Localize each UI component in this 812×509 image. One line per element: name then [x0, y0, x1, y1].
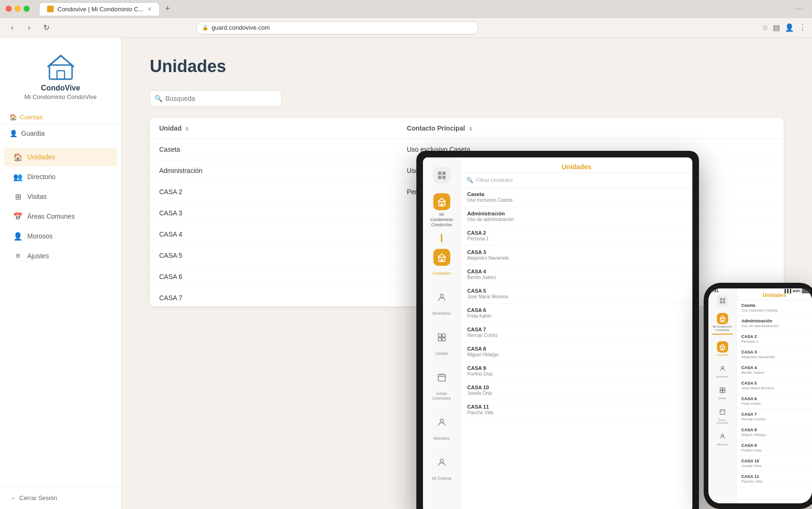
phone-list-item[interactable]: CASA 3Alejandro Navarrete [737, 347, 812, 362]
tab-bar: Condovive | Mi Condominio C... ✕ + [39, 2, 174, 16]
svg-point-20 [440, 460, 443, 463]
phone-list-item[interactable]: CASA 5José Maria Morelos [737, 378, 812, 394]
sidebar-item-morosos[interactable]: 👤 Morosos [4, 227, 117, 246]
svg-rect-13 [438, 338, 441, 341]
phone-nav-unidades[interactable]: Unidades [710, 338, 735, 359]
tablet-units-list: CasetaUso exclusivo CasetaAdministración… [461, 188, 692, 509]
tablet-nav-areas[interactable]: Áreas Comunes [426, 365, 458, 408]
cuentas-button[interactable]: 🏠 Cuentas [0, 110, 121, 125]
phone-list-item[interactable]: CASA 6Frida Kahlo [737, 394, 812, 409]
tablet-list-item[interactable]: CASA 2Persona 1 [461, 226, 692, 246]
close-button[interactable] [6, 6, 12, 12]
phone-nav-visitas[interactable]: Visitas [710, 382, 735, 402]
maximize-button[interactable] [24, 6, 30, 12]
areas-icon [437, 373, 447, 382]
tablet-nav-home[interactable]: Mi CondominioCondoVive [426, 189, 458, 231]
back-button[interactable]: ‹ [6, 21, 19, 34]
svg-rect-3 [442, 172, 446, 175]
phone-nav-morosos[interactable]: Morosos [710, 428, 735, 449]
sort-unidad-icon[interactable]: ⇅ [185, 126, 189, 131]
tablet-nav-grid[interactable] [426, 163, 458, 188]
sidebar-item-directorio[interactable]: 👥 Directorio [4, 167, 117, 186]
browser-window: Condovive | Mi Condominio C... ✕ + ⋯ ‹ ›… [0, 0, 812, 509]
visitas-icon: ⊞ [13, 192, 23, 201]
phone-list-item[interactable]: CASA 10Josefa Ortiz [737, 456, 812, 471]
phone-list-item[interactable]: CASA 11Pancho Villa [737, 471, 812, 487]
tablet-item-sub: Frida Kahlo [467, 313, 686, 319]
micuenta-icon [437, 458, 447, 467]
tablet-list-item[interactable]: CASA 5José Maria Morelos [461, 284, 692, 304]
forward-button[interactable]: › [23, 21, 36, 34]
phone-list-item[interactable]: CASA 4Benito Juárez [737, 362, 812, 378]
phone-list-item[interactable]: CasetaUso exclusivo Caseta [737, 300, 812, 316]
user-info: 👤 Guardia [0, 125, 121, 142]
phone-list-item[interactable]: CASA 7Hernán Cortéz [737, 409, 812, 425]
sidebar-item-ajustes[interactable]: ≡ Ajustes [4, 246, 117, 265]
tablet-item-name: CASA 11 [467, 404, 686, 410]
phone-app-header: Unidades [737, 288, 812, 300]
new-tab-button[interactable]: + [162, 2, 174, 16]
phone-item-sub: Hernán Cortéz [741, 417, 807, 421]
phone-nav-home[interactable]: Mi CondominioCondoVive [710, 310, 735, 337]
nav-items: 🏠 Unidades 👥 Directorio ⊞ Visitas 📅 Área… [0, 142, 121, 486]
grid-icon-phone [719, 297, 726, 304]
tablet-list-item[interactable]: CASA 9Porfirio Díaz [461, 361, 692, 381]
cell-unidad: CASA 4 [150, 224, 398, 245]
active-tab[interactable]: Condovive | Mi Condominio C... ✕ [39, 2, 160, 16]
tablet-item-name: CASA 4 [467, 269, 686, 274]
tab-close-button[interactable]: ✕ [147, 6, 152, 12]
tablet-list-item[interactable]: CASA 8Miguel Hidalgo [461, 342, 692, 361]
tablet-nav-micuenta[interactable]: Mi Cuenta [426, 450, 458, 488]
bookmark-icon[interactable]: ☆ [762, 23, 768, 32]
tablet-list-item[interactable]: CASA 10Josefa Ortiz [461, 381, 692, 400]
tablet-nav-directorio[interactable]: Directorio [426, 285, 458, 323]
sidebar-item-unidades[interactable]: 🏠 Unidades [4, 148, 117, 166]
tablet-nav-morosos[interactable]: Morosos [426, 410, 458, 448]
tablet-list-item[interactable]: AdministraciónUso de administración [461, 207, 692, 226]
cell-unidad: Caseta [150, 139, 398, 160]
sort-contacto-icon[interactable]: ⇅ [469, 126, 472, 131]
tablet-device: Mi CondominioCondoVive [416, 151, 699, 509]
phone-list-item[interactable]: CASA 9Porfirio Díaz [737, 440, 812, 456]
tablet-nav-visitas[interactable]: Visitas [426, 325, 458, 363]
sidebar-item-visitas[interactable]: ⊞ Visitas [4, 187, 117, 206]
phone-list-item[interactable]: CASA 8Miguel Hidalgo [737, 425, 812, 440]
profile-icon[interactable]: 👤 [785, 23, 794, 32]
phone-list-item[interactable]: AdministraciónUso de administración [737, 316, 812, 331]
svg-point-10 [440, 295, 443, 298]
tablet-search[interactable]: 🔍 Filtrar Unidades [461, 173, 692, 188]
sidebar-item-areas[interactable]: 📅 Áreas Comunes [4, 207, 117, 226]
svg-rect-14 [442, 338, 445, 341]
tablet-morosos-label: Morosos [426, 432, 458, 444]
phone-unidades-label: Unidades [716, 353, 728, 356]
tablet-nav-unidades[interactable]: Unidades [426, 245, 458, 283]
phone-item-sub: Persona 1 [741, 339, 807, 344]
logout-label: Cerrar Sesión [19, 494, 57, 501]
tab-favicon [47, 6, 54, 12]
phone-list-item[interactable]: CASA 2Persona 1 [737, 331, 812, 347]
reload-button[interactable]: ↻ [40, 21, 53, 34]
tablet-list-item[interactable]: CASA 4Benito Juárez [461, 265, 692, 284]
phone-nav-directorio[interactable]: Directorio [710, 360, 735, 381]
menu-icon[interactable]: ⋮ [799, 23, 806, 32]
tablet-list-item[interactable]: CasetaUso exclusivo Caseta [461, 188, 692, 207]
tablet-list-item[interactable]: CASA 6Frida Kahlo [461, 304, 692, 323]
tablet-list-item[interactable]: CASA 3Alejandro Navarrete [461, 246, 692, 265]
reader-icon[interactable]: ▤ [773, 23, 780, 32]
minimize-button[interactable] [15, 6, 21, 12]
phone-areas-label: ÁreasComunes [716, 419, 729, 424]
tablet-list-item[interactable]: CASA 11Pancho Villa [461, 400, 692, 419]
tablet-list-item[interactable]: CASA 7Hernán Cortéz [461, 323, 692, 342]
toolbar-icons: ☆ ▤ 👤 ⋮ [762, 23, 806, 32]
svg-rect-9 [440, 259, 443, 262]
directorio-icon [437, 293, 447, 302]
phone-nav-grid[interactable] [710, 292, 735, 309]
phone-item-name: CASA 2 [741, 334, 807, 339]
tablet-unidades-label: Unidades [426, 267, 458, 279]
address-bar[interactable]: 🔒 guard.condovive.com [196, 21, 479, 34]
logout-button[interactable]: → Cerrar Sesión [9, 494, 112, 501]
phone-directorio-label: Directorio [716, 375, 729, 378]
phone-nav-areas[interactable]: ÁreasComunes [710, 403, 735, 427]
search-input[interactable] [150, 90, 282, 107]
tablet-screen: Mi CondominioCondoVive [423, 157, 692, 509]
